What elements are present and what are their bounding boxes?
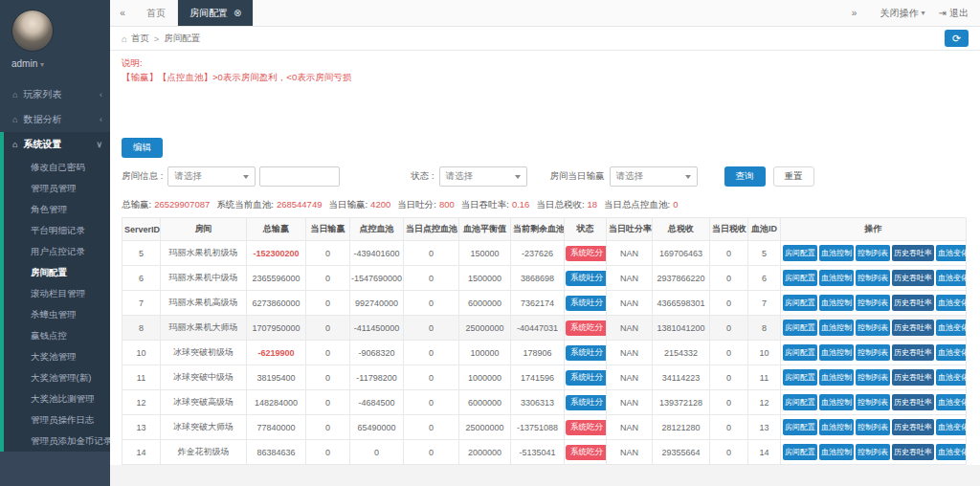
room-config-button[interactable]: 房间配置 xyxy=(783,320,817,336)
history-throughput-button[interactable]: 历史吞吐率 xyxy=(892,369,934,386)
pool-control-button[interactable]: 血池控制 xyxy=(819,344,854,361)
logout-button[interactable]: ⇥ 退出 xyxy=(939,7,969,20)
sidebar-subitem-杀蟑虫管理[interactable]: 杀蟑虫管理 xyxy=(4,304,110,325)
control-list-button[interactable]: 控制列表 xyxy=(856,344,890,361)
cell-total-tax: 169706463 xyxy=(653,241,710,266)
reset-button[interactable]: 重置 xyxy=(773,166,814,187)
chevron-left-icon: ‹ xyxy=(100,115,102,124)
control-list-button[interactable]: 控制列表 xyxy=(856,295,890,311)
history-throughput-button[interactable]: 历史吞吐率 xyxy=(892,270,934,286)
cell-daily-tax: 0 xyxy=(710,440,748,465)
sidebar-subitem-管理员管理[interactable]: 管理员管理 xyxy=(4,178,110,199)
cell-point-pool: -9068320 xyxy=(350,341,404,365)
pool-control-button[interactable]: 血池控制 xyxy=(819,295,854,311)
sidebar-subitem-大奖池比测管理[interactable]: 大奖池比测管理 xyxy=(4,388,110,409)
cell-room: 玛丽水果机中级场 xyxy=(161,266,247,291)
sidebar-subitem-平台明细记录[interactable]: 平台明细记录 xyxy=(4,220,110,241)
history-throughput-button[interactable]: 历史吞吐率 xyxy=(892,295,934,311)
close-operations-dropdown[interactable]: 关闭操作 ▾ xyxy=(880,7,925,20)
status-select[interactable]: 请选择 xyxy=(439,166,527,187)
logout-icon: ⇥ xyxy=(939,8,947,18)
pool-change-button[interactable]: 血池变化 xyxy=(936,270,967,286)
sidebar-subitem-滚动栏目管理[interactable]: 滚动栏目管理 xyxy=(4,283,110,304)
pool-control-button[interactable]: 血池控制 xyxy=(819,369,854,386)
cell-daily-rate: NAN xyxy=(607,241,653,266)
pool-control-button[interactable]: 血池控制 xyxy=(819,245,854,261)
breadcrumb-home[interactable]: 首页 xyxy=(131,33,149,45)
room-config-button[interactable]: 房间配置 xyxy=(783,369,817,386)
sidebar-item-玩家列表[interactable]: ⌂玩家列表‹ xyxy=(0,82,110,107)
refresh-button[interactable]: ⟳ xyxy=(945,30,969,47)
history-throughput-button[interactable]: 历史吞吐率 xyxy=(892,344,934,361)
pool-change-button[interactable]: 血池变化 xyxy=(936,320,967,336)
cell-pool-id: 5 xyxy=(748,241,781,266)
sidebar-subitem-修改自己密码[interactable]: 修改自己密码 xyxy=(4,157,110,178)
sidebar-subitem-管理员操作日志[interactable]: 管理员操作日志 xyxy=(4,409,110,431)
pool-change-button[interactable]: 血池变化 xyxy=(936,295,967,311)
cell-remaining: 3306313 xyxy=(511,390,565,415)
tab-room-config-label: 房间配置 xyxy=(189,7,228,20)
sidebar-subitem-大奖池管理[interactable]: 大奖池管理 xyxy=(4,346,110,367)
stat-item: 总输赢:26529907087 xyxy=(122,199,216,210)
expand-tabs-icon[interactable]: » xyxy=(842,8,867,18)
room-config-button[interactable]: 房间配置 xyxy=(783,394,817,410)
pool-control-button[interactable]: 血池控制 xyxy=(819,419,854,435)
close-tab-icon[interactable]: ⊗ xyxy=(234,8,241,18)
control-list-button[interactable]: 控制列表 xyxy=(856,270,890,286)
pool-change-button[interactable]: 血池变化 xyxy=(936,394,967,410)
sidebar-item-系统设置[interactable]: ⌂系统设置∨ xyxy=(4,132,110,157)
control-list-button[interactable]: 控制列表 xyxy=(856,245,890,261)
cell-total-tax: 4366598301 xyxy=(653,291,710,316)
sidebar-subitem-管理员添加金币记录[interactable]: 管理员添加金币记录 xyxy=(4,431,110,452)
tab-room-config[interactable]: 房间配置 ⊗ xyxy=(178,0,254,26)
control-list-button[interactable]: 控制列表 xyxy=(856,444,890,460)
cell-point-pool: -11798200 xyxy=(350,365,404,390)
pool-control-button[interactable]: 血池控制 xyxy=(819,320,854,336)
pool-control-button[interactable]: 血池控制 xyxy=(819,270,854,286)
notice: 说明: 【输赢】【点控血池】>0表示房间盈利，<0表示房间亏损 xyxy=(122,56,967,84)
control-list-button[interactable]: 控制列表 xyxy=(856,419,890,435)
status-badge: 系统吐分 xyxy=(566,345,607,361)
room-config-button[interactable]: 房间配置 xyxy=(783,344,817,361)
control-list-button[interactable]: 控制列表 xyxy=(856,369,890,386)
room-config-button[interactable]: 房间配置 xyxy=(783,419,817,435)
tab-home[interactable]: 首页 xyxy=(135,0,178,26)
edit-button[interactable]: 编辑 xyxy=(122,138,163,158)
room-config-button[interactable]: 房间配置 xyxy=(783,295,817,311)
pool-control-button[interactable]: 血池控制 xyxy=(819,394,854,410)
pool-change-button[interactable]: 血池变化 xyxy=(936,419,967,435)
pool-change-button[interactable]: 血池变化 xyxy=(936,344,967,361)
cell-daily-winloss: 0 xyxy=(306,266,350,291)
history-throughput-button[interactable]: 历史吞吐率 xyxy=(892,444,934,460)
refresh-icon: ⟳ xyxy=(952,33,961,44)
sidebar-subitem-赢钱点控[interactable]: 赢钱点控 xyxy=(4,325,110,346)
room-config-button[interactable]: 房间配置 xyxy=(783,444,817,460)
cell-actions: 房间配置血池控制控制列表历史吞吐率血池变化 xyxy=(781,241,967,266)
username-dropdown[interactable]: admin ▾ xyxy=(11,58,110,69)
room-config-button[interactable]: 房间配置 xyxy=(783,270,817,286)
cell-status: 系统吐分 xyxy=(565,390,607,415)
collapse-tabs-icon[interactable]: « xyxy=(110,0,135,26)
pool-change-button[interactable]: 血池变化 xyxy=(936,444,967,460)
avatar[interactable] xyxy=(11,10,54,52)
pool-control-button[interactable]: 血池控制 xyxy=(819,444,854,460)
daily-winloss-select[interactable]: 请选择 xyxy=(610,166,698,187)
sidebar-subitem-大奖池管理(新)[interactable]: 大奖池管理(新) xyxy=(4,367,110,388)
pool-change-button[interactable]: 血池变化 xyxy=(936,369,967,386)
control-list-button[interactable]: 控制列表 xyxy=(856,320,890,336)
caret-down-icon: ▾ xyxy=(40,60,44,69)
room-info-select[interactable]: 请选择 xyxy=(167,166,256,187)
room-config-button[interactable]: 房间配置 xyxy=(783,245,817,261)
history-throughput-button[interactable]: 历史吞吐率 xyxy=(892,394,934,410)
query-button[interactable]: 查询 xyxy=(724,166,766,187)
room-info-input[interactable] xyxy=(259,166,340,187)
history-throughput-button[interactable]: 历史吞吐率 xyxy=(892,320,934,336)
sidebar-subitem-角色管理[interactable]: 角色管理 xyxy=(4,199,110,220)
sidebar-item-数据分析[interactable]: ⌂数据分析‹ xyxy=(0,107,110,132)
history-throughput-button[interactable]: 历史吞吐率 xyxy=(892,245,934,261)
control-list-button[interactable]: 控制列表 xyxy=(856,394,890,410)
sidebar-subitem-房间配置[interactable]: 房间配置 xyxy=(4,262,110,283)
sidebar-subitem-用户点控记录[interactable]: 用户点控记录 xyxy=(4,241,110,262)
history-throughput-button[interactable]: 历史吞吐率 xyxy=(892,419,934,435)
pool-change-button[interactable]: 血池变化 xyxy=(936,245,967,261)
